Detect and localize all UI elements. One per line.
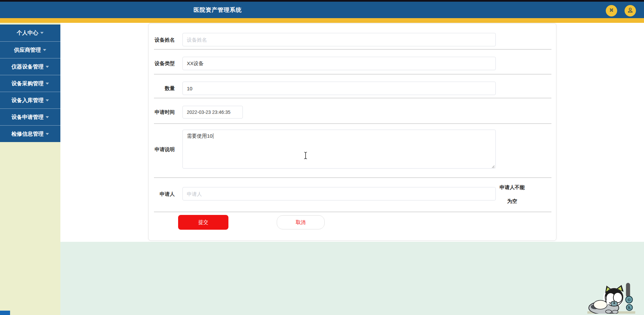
fullscreen-icon xyxy=(608,7,615,15)
chevron-down-icon xyxy=(43,49,46,51)
submit-button[interactable]: 提交 xyxy=(178,215,228,230)
fullscreen-button[interactable] xyxy=(606,5,617,16)
equipment-application-form-card: 设备姓名 设备类型 数量 申请时间 申请说明 需要使用10 xyxy=(148,23,556,241)
sidebar-item-procurement-mgmt[interactable]: 设备采购管理 xyxy=(0,75,60,92)
footer-area xyxy=(60,242,644,315)
row-divider xyxy=(154,98,551,98)
applicant-label: 申请人 xyxy=(151,191,175,197)
quantity-input[interactable] xyxy=(182,82,496,95)
device-name-input[interactable] xyxy=(182,33,496,46)
chevron-down-icon xyxy=(46,66,49,68)
sidebar-item-label: 个人中心 xyxy=(17,30,38,36)
device-type-label: 设备类型 xyxy=(151,60,175,67)
row-divider xyxy=(154,74,551,75)
device-type-input[interactable] xyxy=(182,57,496,70)
apply-time-label: 申请时间 xyxy=(151,109,175,116)
chevron-down-icon xyxy=(46,83,49,85)
apply-note-label: 申请说明 xyxy=(151,146,175,153)
apply-note-text: 需要使用10 xyxy=(187,133,213,139)
sidebar-item-supplier-mgmt[interactable]: 供应商管理 xyxy=(0,41,60,58)
sidebar-item-application-mgmt[interactable]: 设备申请管理 xyxy=(0,108,60,125)
sidebar-item-label: 设备入库管理 xyxy=(11,97,44,103)
app-header: 医院资产管理系统 xyxy=(0,2,644,18)
chevron-down-icon xyxy=(46,116,49,118)
screen: 医院资产管理系统 个人中心 xyxy=(0,0,644,315)
bottom-left-blue-box xyxy=(0,311,10,315)
apply-note-textarea[interactable]: 需要使用10 xyxy=(182,130,496,169)
sidebar-item-label: 仪器设备管理 xyxy=(11,64,44,70)
row-divider xyxy=(154,177,551,178)
cancel-button[interactable]: 取消 xyxy=(277,215,325,229)
text-caret xyxy=(213,133,213,139)
sidebar-item-personal-center[interactable]: 个人中心 xyxy=(0,25,60,41)
sidebar-item-maintenance-mgmt[interactable]: 检修信息管理 xyxy=(0,125,60,142)
apply-time-input[interactable] xyxy=(182,106,243,119)
resize-handle[interactable] xyxy=(491,164,495,168)
chevron-down-icon xyxy=(46,133,49,135)
row-divider xyxy=(154,123,551,124)
quantity-label: 数量 xyxy=(151,85,175,92)
sidebar-item-instrument-mgmt[interactable]: 仪器设备管理 xyxy=(0,58,60,75)
applicant-input[interactable] xyxy=(182,187,496,200)
accent-stripe xyxy=(0,18,644,23)
sidebar-item-label: 设备采购管理 xyxy=(11,81,44,86)
sidebar-menu: 个人中心 供应商管理 仪器设备管理 设备采购管理 设备入库管理 设备申请管理 检… xyxy=(0,25,60,142)
applicant-error-message: 申请人不能为空 xyxy=(498,180,526,208)
sidebar-item-warehousing-mgmt[interactable]: 设备入库管理 xyxy=(0,92,60,108)
main-content: 设备姓名 设备类型 数量 申请时间 申请说明 需要使用10 xyxy=(60,23,644,315)
sidebar: 个人中心 供应商管理 仪器设备管理 设备采购管理 设备入库管理 设备申请管理 检… xyxy=(0,23,60,315)
sidebar-item-label: 供应商管理 xyxy=(14,47,41,53)
device-name-label: 设备姓名 xyxy=(151,37,175,43)
sidebar-item-label: 设备申请管理 xyxy=(11,114,44,120)
sidebar-item-label: 检修信息管理 xyxy=(11,131,44,137)
user-button[interactable] xyxy=(625,5,636,16)
chevron-down-icon xyxy=(40,32,44,34)
user-icon xyxy=(627,6,634,15)
app-title: 医院资产管理系统 xyxy=(194,2,242,18)
chevron-down-icon xyxy=(46,99,49,101)
row-divider xyxy=(154,49,551,50)
row-divider xyxy=(154,212,551,212)
